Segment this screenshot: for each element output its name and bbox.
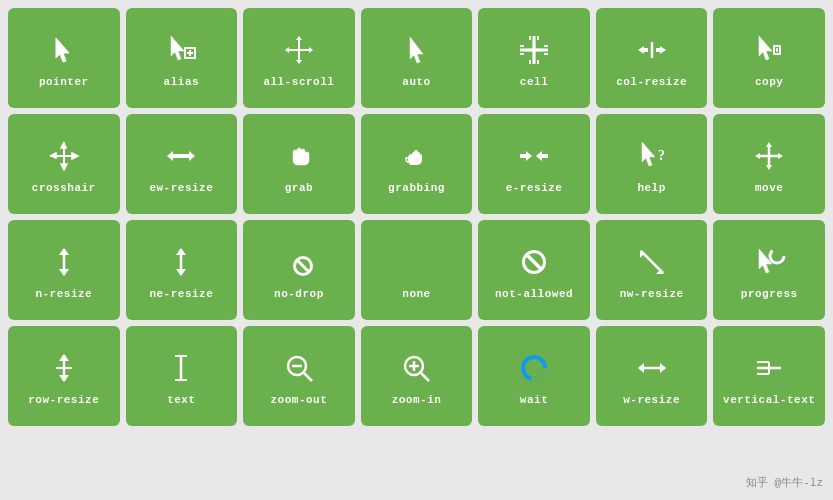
not-allowed-label: not-allowed — [495, 288, 573, 300]
help-label: help — [637, 182, 665, 194]
grabbing-icon — [398, 136, 434, 176]
crosshair-label: crosshair — [32, 182, 96, 194]
all-scroll-icon — [281, 30, 317, 70]
cursor-grid: pointer alias all-scroll — [8, 8, 825, 426]
cursor-cell-all-scroll: all-scroll — [243, 8, 355, 108]
wait-icon — [516, 348, 552, 388]
cursor-cell-vertical-text: vertical-text — [713, 326, 825, 426]
auto-label: auto — [402, 76, 430, 88]
move-icon — [751, 136, 787, 176]
cursor-cell-pointer: pointer — [8, 8, 120, 108]
none-label: none — [402, 288, 430, 300]
alias-label: alias — [164, 76, 200, 88]
progress-icon — [751, 242, 787, 282]
grabbing-label: grabbing — [388, 182, 445, 194]
pointer-label: pointer — [39, 76, 89, 88]
copy-label: copy — [755, 76, 783, 88]
cursor-cell-ne-resize: ne-resize — [126, 220, 238, 320]
help-icon: ? — [634, 136, 670, 176]
nw-resize-icon — [634, 242, 670, 282]
not-allowed-icon — [516, 242, 552, 282]
pointer-icon — [46, 30, 82, 70]
cursor-cell-wait: wait — [478, 326, 590, 426]
move-label: move — [755, 182, 783, 194]
svg-text:?: ? — [658, 148, 665, 163]
ne-resize-label: ne-resize — [149, 288, 213, 300]
row-resize-icon — [46, 348, 82, 388]
zoom-in-icon — [398, 348, 434, 388]
cursor-cell-help: ? help — [596, 114, 708, 214]
no-drop-icon — [281, 242, 317, 282]
svg-line-41 — [304, 373, 312, 381]
cursor-cell-no-drop: no-drop — [243, 220, 355, 320]
svg-line-30 — [641, 251, 663, 273]
zoom-in-label: zoom-in — [392, 394, 442, 406]
cursor-cell-zoom-out: zoom-out — [243, 326, 355, 426]
ne-resize-icon — [163, 242, 199, 282]
cursor-cell-text: text — [126, 326, 238, 426]
vertical-text-label: vertical-text — [723, 394, 815, 406]
w-resize-label: w-resize — [623, 394, 680, 406]
cursor-cell-crosshair: crosshair — [8, 114, 120, 214]
e-resize-label: e-resize — [506, 182, 563, 194]
svg-point-32 — [770, 249, 784, 263]
cursor-cell-w-resize: w-resize — [596, 326, 708, 426]
cursor-cell-e-resize: e-resize — [478, 114, 590, 214]
copy-icon — [751, 30, 787, 70]
zoom-out-icon — [281, 348, 317, 388]
text-label: text — [167, 394, 195, 406]
ew-resize-icon — [163, 136, 199, 176]
grab-icon — [281, 136, 317, 176]
cursor-cell-not-allowed: not-allowed — [478, 220, 590, 320]
grab-label: grab — [285, 182, 313, 194]
cursor-cell-zoom-in: zoom-in — [361, 326, 473, 426]
cursor-cell-cell: cell — [478, 8, 590, 108]
col-resize-label: col-resize — [616, 76, 687, 88]
n-resize-label: n-resize — [35, 288, 92, 300]
cursor-cell-grabbing: grabbing — [361, 114, 473, 214]
alias-icon — [163, 30, 199, 70]
text-icon — [163, 348, 199, 388]
row-resize-label: row-resize — [28, 394, 99, 406]
all-scroll-label: all-scroll — [263, 76, 334, 88]
vertical-text-icon — [751, 348, 787, 388]
cursor-cell-progress: progress — [713, 220, 825, 320]
zoom-out-label: zoom-out — [271, 394, 328, 406]
n-resize-icon — [46, 242, 82, 282]
cursor-cell-none: none — [361, 220, 473, 320]
cursor-cell-auto: auto — [361, 8, 473, 108]
watermark: 知乎 @牛牛-lz — [746, 475, 823, 490]
cursor-cell-copy: copy — [713, 8, 825, 108]
cell-label: cell — [520, 76, 548, 88]
cursor-cell-alias: alias — [126, 8, 238, 108]
crosshair-icon — [46, 136, 82, 176]
cursor-cell-row-resize: row-resize — [8, 326, 120, 426]
cursor-cell-move: move — [713, 114, 825, 214]
wait-label: wait — [520, 394, 548, 406]
ew-resize-label: ew-resize — [149, 182, 213, 194]
no-drop-label: no-drop — [274, 288, 324, 300]
cursor-cell-col-resize: col-resize — [596, 8, 708, 108]
nw-resize-label: nw-resize — [620, 288, 684, 300]
svg-line-44 — [421, 373, 429, 381]
none-icon — [398, 242, 434, 282]
cursor-cell-nw-resize: nw-resize — [596, 220, 708, 320]
cursor-cell-ew-resize: ew-resize — [126, 114, 238, 214]
col-resize-icon — [634, 30, 670, 70]
e-resize-icon — [516, 136, 552, 176]
progress-label: progress — [741, 288, 798, 300]
auto-icon — [398, 30, 434, 70]
cursor-cell-grab: grab — [243, 114, 355, 214]
w-resize-icon — [634, 348, 670, 388]
cursor-cell-n-resize: n-resize — [8, 220, 120, 320]
cell-icon — [516, 30, 552, 70]
